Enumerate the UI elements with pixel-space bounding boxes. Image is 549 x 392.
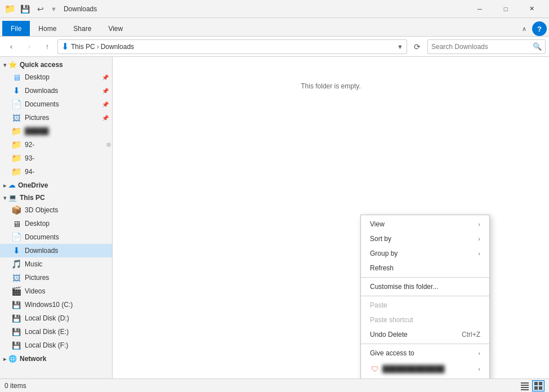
ctx-sortby-arrow: › bbox=[478, 235, 480, 242]
label-94: 94- bbox=[25, 168, 109, 176]
ctx-give-access[interactable]: Give access to › bbox=[361, 346, 489, 360]
details-view-icon bbox=[520, 381, 529, 390]
quickaccess-label: Quick access bbox=[20, 61, 63, 69]
search-input[interactable] bbox=[431, 43, 533, 51]
chevron-thispc: ▾ bbox=[3, 195, 6, 201]
sidebar-item-94[interactable]: 📁 94- bbox=[0, 165, 112, 179]
sidebar-item-local-d[interactable]: 💾 Local Disk (D:) bbox=[0, 311, 112, 325]
pictures-icon-pc: 🖼 bbox=[11, 273, 21, 283]
title-bar: 📁 💾 ↩ ▼ Downloads ─ □ ✕ bbox=[0, 0, 549, 18]
videos-icon: 🎬 bbox=[11, 286, 21, 296]
ctx-undo-delete[interactable]: Undo Delete Ctrl+Z bbox=[361, 327, 489, 342]
ctx-view-label: View bbox=[370, 220, 478, 228]
network-label: Network bbox=[20, 355, 46, 363]
downloads-label-quick: Downloads bbox=[25, 87, 100, 95]
ctx-refresh-label: Refresh bbox=[370, 264, 480, 272]
tab-home[interactable]: Home bbox=[30, 21, 65, 36]
tab-file[interactable]: File bbox=[2, 21, 30, 36]
maximize-button[interactable]: □ bbox=[493, 0, 519, 18]
sidebar-item-desktop-pc[interactable]: 🖥 Desktop bbox=[0, 217, 112, 230]
sidebar-item-downloads-pc[interactable]: ⬇ Downloads bbox=[0, 244, 112, 257]
ctx-blurred-item[interactable]: 🛡 █████████████ › bbox=[361, 360, 489, 377]
sidebar-item-desktop-quick[interactable]: 🖥 Desktop 📌 bbox=[0, 70, 112, 84]
ctx-groupby-label: Group by bbox=[370, 250, 478, 257]
search-box: 🔍 bbox=[427, 39, 546, 54]
pictures-label-pc: Pictures bbox=[25, 274, 109, 282]
large-icons-view-btn[interactable] bbox=[532, 380, 544, 391]
window-controls: ─ □ ✕ bbox=[467, 0, 544, 18]
desktop-label-pc: Desktop bbox=[25, 220, 109, 228]
sidebar-header-onedrive[interactable]: ▸ ☁ OneDrive bbox=[0, 180, 112, 191]
close-button[interactable]: ✕ bbox=[519, 0, 544, 18]
quick-save-btn[interactable]: 💾 bbox=[18, 2, 32, 16]
sidebar-header-thispc[interactable]: ▾ 💻 This PC bbox=[0, 192, 112, 203]
ctx-sep2 bbox=[361, 296, 489, 296]
ctx-view[interactable]: View › bbox=[361, 217, 489, 231]
ctx-refresh[interactable]: Refresh bbox=[361, 261, 489, 275]
sidebar-item-local-f[interactable]: 💾 Local Disk (F:) bbox=[0, 338, 112, 352]
chevron-network: ▸ bbox=[3, 356, 6, 362]
back-button[interactable]: ‹ bbox=[3, 39, 19, 54]
desktop-label: Desktop bbox=[25, 73, 100, 81]
sidebar-item-local-e[interactable]: 💾 Local Disk (E:) bbox=[0, 325, 112, 338]
folder-icon-blurred: 📁 bbox=[11, 126, 21, 136]
sidebar-header-network[interactable]: ▸ 🌐 Network bbox=[0, 353, 112, 364]
up-button[interactable]: ↑ bbox=[39, 39, 55, 54]
ribbon-expand-btn[interactable]: ∧ bbox=[516, 21, 532, 36]
ctx-undo-shortcut: Ctrl+Z bbox=[462, 331, 480, 338]
ctx-paste-shortcut[interactable]: Paste shortcut bbox=[361, 313, 489, 327]
ctx-customise[interactable]: Customise this folder... bbox=[361, 279, 489, 294]
pin-icon3: 📌 bbox=[102, 101, 109, 108]
dropdown-arrow[interactable]: ▼ bbox=[397, 43, 403, 50]
pictures-icon-quick: 🖼 bbox=[11, 113, 21, 123]
thispc-icon: 💻 bbox=[8, 194, 17, 202]
tab-share[interactable]: Share bbox=[65, 21, 100, 36]
desktop-icon-pc: 🖥 bbox=[11, 219, 21, 229]
sidebar-item-music[interactable]: 🎵 Music bbox=[0, 257, 112, 271]
sidebar-item-blurred[interactable]: 📁 █████ bbox=[0, 124, 112, 138]
sidebar-item-videos[interactable]: 🎬 Videos bbox=[0, 284, 112, 298]
sidebar-item-windows-c[interactable]: 💾 Windows10 (C:) bbox=[0, 298, 112, 311]
sidebar-item-downloads-quick[interactable]: ⬇ Downloads 📌 bbox=[0, 84, 112, 97]
item-count: 0 items bbox=[5, 382, 26, 390]
ctx-groupby[interactable]: Group by › bbox=[361, 246, 489, 261]
sidebar-item-pictures-pc[interactable]: 🖼 Pictures bbox=[0, 271, 112, 284]
sidebar-item-93[interactable]: 📁 93- bbox=[0, 152, 112, 165]
svg-rect-0 bbox=[521, 382, 529, 384]
refresh-button[interactable]: ⟳ bbox=[409, 39, 425, 54]
sidebar: ▾ ⭐ Quick access 🖥 Desktop 📌 ⬇ Downloads… bbox=[0, 57, 113, 378]
empty-folder-message: This folder is empty. bbox=[113, 82, 549, 90]
ctx-sep1 bbox=[361, 277, 489, 278]
sidebar-item-pictures-quick[interactable]: 🖼 Pictures 📌 bbox=[0, 111, 112, 124]
pin-icon4: 📌 bbox=[102, 115, 109, 121]
undo-btn[interactable]: ↩ bbox=[34, 2, 47, 16]
sidebar-section-network: ▸ 🌐 Network bbox=[0, 353, 112, 364]
ctx-sortby[interactable]: Sort by › bbox=[361, 231, 489, 246]
context-menu: View › Sort by › Group by › Refresh Cust… bbox=[360, 215, 490, 378]
sidebar-item-documents-pc[interactable]: 📄 Documents bbox=[0, 230, 112, 244]
sidebar-header-quickaccess[interactable]: ▾ ⭐ Quick access bbox=[0, 59, 112, 70]
3dobjects-label: 3D Objects bbox=[25, 206, 109, 214]
help-btn[interactable]: ? bbox=[532, 21, 547, 36]
chevron-onedrive: ▸ bbox=[3, 182, 6, 189]
ctx-paste[interactable]: Paste bbox=[361, 298, 489, 313]
details-view-btn[interactable] bbox=[519, 380, 531, 391]
blurred-label: █████ bbox=[25, 127, 109, 135]
window-title: Downloads bbox=[64, 5, 467, 13]
svg-rect-4 bbox=[534, 382, 538, 385]
sidebar-section-quickaccess: ▾ ⭐ Quick access 🖥 Desktop 📌 ⬇ Downloads… bbox=[0, 59, 112, 179]
sidebar-item-92[interactable]: 📁 92- bbox=[0, 138, 112, 152]
large-icons-view-icon bbox=[534, 381, 543, 390]
sidebar-item-3dobjects[interactable]: 📦 3D Objects bbox=[0, 203, 112, 217]
file-area[interactable]: This folder is empty. View › Sort by › G… bbox=[113, 57, 549, 378]
downloads-label-pc: Downloads bbox=[25, 247, 109, 255]
status-bar: 0 items bbox=[0, 378, 549, 392]
sidebar-item-documents-quick[interactable]: 📄 Documents 📌 bbox=[0, 97, 112, 111]
minimize-button[interactable]: ─ bbox=[467, 0, 493, 18]
documents-label-pc: Documents bbox=[25, 233, 109, 241]
tab-view[interactable]: View bbox=[100, 21, 131, 36]
breadcrumb-downloads[interactable]: Downloads bbox=[101, 43, 134, 51]
forward-button[interactable]: › bbox=[21, 39, 37, 54]
breadcrumb-thispc[interactable]: This PC bbox=[71, 43, 95, 51]
address-path[interactable]: ⬇ This PC › Downloads ▼ bbox=[57, 39, 407, 54]
